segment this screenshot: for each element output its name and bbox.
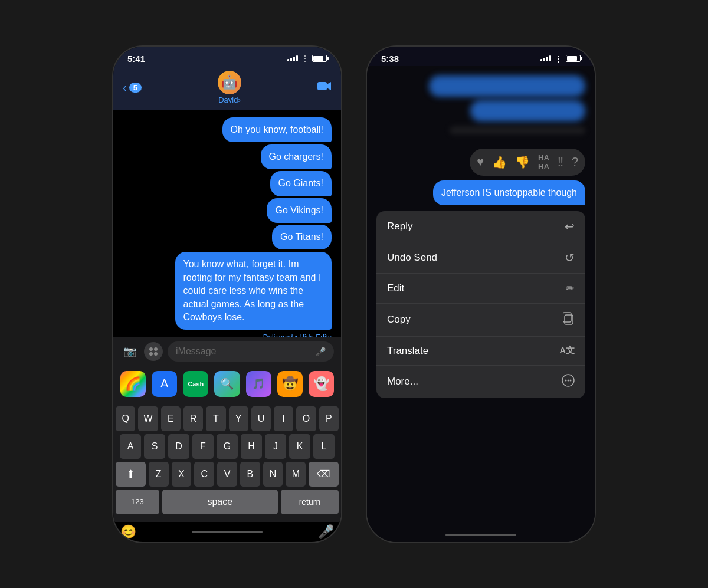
phones-container: 5:41 ⋮ ‹ 5 🤖 xyxy=(0,0,708,588)
key-A[interactable]: A xyxy=(120,434,141,459)
key-Y[interactable]: Y xyxy=(229,406,248,431)
memoji1-icon[interactable]: 🤠 xyxy=(277,371,303,397)
key-G[interactable]: G xyxy=(217,434,238,459)
menu-item-reply[interactable]: Reply ↩ xyxy=(376,211,585,242)
key-B[interactable]: B xyxy=(240,462,260,487)
message-bubble-3: Go Vikings! xyxy=(267,198,332,223)
space-key[interactable]: space xyxy=(162,490,278,514)
active-message-bubble: Jefferson IS unstoppable though xyxy=(433,180,585,205)
svg-point-10 xyxy=(570,379,572,381)
react-heart[interactable]: ♥ xyxy=(477,155,484,169)
status-bar-1: 5:41 ⋮ xyxy=(113,47,341,66)
more-icon xyxy=(562,374,575,390)
svg-point-4 xyxy=(154,352,158,356)
react-exclaim[interactable]: ‼ xyxy=(558,155,563,169)
blurred-bubble-2 xyxy=(470,100,585,121)
status-icons-1: ⋮ xyxy=(287,54,327,63)
apps-icon[interactable] xyxy=(144,342,163,361)
message-container-2: Jefferson IS unstoppable though xyxy=(367,180,595,211)
key-U[interactable]: U xyxy=(251,406,271,431)
react-question[interactable]: ? xyxy=(572,155,578,169)
contact-name: David› xyxy=(218,96,241,104)
photos-app-icon[interactable]: 🌈 xyxy=(120,371,146,397)
svg-rect-6 xyxy=(563,313,571,322)
appcash-icon[interactable]: Cash xyxy=(183,371,208,397)
memoji2-icon[interactable]: 👻 xyxy=(309,371,334,397)
key-C[interactable]: C xyxy=(194,462,214,487)
key-S[interactable]: S xyxy=(144,434,165,459)
emoji-button[interactable]: 😊 xyxy=(120,524,136,540)
key-K[interactable]: K xyxy=(289,434,310,459)
blurred-text-messages xyxy=(367,126,595,139)
key-T[interactable]: T xyxy=(206,406,225,431)
reply-icon: ↩ xyxy=(565,219,575,234)
key-R[interactable]: R xyxy=(183,406,203,431)
menu-item-translate[interactable]: Translate A文 xyxy=(376,337,585,366)
wifi-icon: ⋮ xyxy=(301,54,309,63)
key-D[interactable]: D xyxy=(168,434,189,459)
findmy-icon[interactable]: 🔍 xyxy=(214,371,240,397)
contact-info[interactable]: 🤖 David› xyxy=(218,71,241,104)
edit-icon: ✏ xyxy=(566,282,575,295)
context-menu: Reply ↩ Undo Send ↺ Edit ✏ Copy xyxy=(376,211,585,398)
home-bar xyxy=(192,531,263,533)
react-haha[interactable]: HAHA xyxy=(538,153,549,171)
key-E[interactable]: E xyxy=(161,406,181,431)
message-bubble-4: Go Titans! xyxy=(272,225,332,249)
dictation-button[interactable]: 🎤 xyxy=(318,524,334,540)
menu-item-more[interactable]: More... xyxy=(376,366,585,398)
key-M[interactable]: M xyxy=(286,462,306,487)
keyboard-row-3: ⬆ Z X C V B N M ⌫ xyxy=(116,462,339,487)
key-O[interactable]: O xyxy=(296,406,316,431)
blurred-messages-area xyxy=(367,66,595,126)
voice-icon[interactable]: 🎵 xyxy=(246,371,271,397)
svg-rect-5 xyxy=(565,315,573,324)
key-Q[interactable]: Q xyxy=(116,406,135,431)
video-call-button[interactable] xyxy=(317,81,332,94)
key-N[interactable]: N xyxy=(263,462,283,487)
backspace-key[interactable]: ⌫ xyxy=(309,462,339,487)
svg-point-2 xyxy=(154,347,158,351)
menu-undo-label: Undo Send xyxy=(387,252,437,264)
return-key[interactable]: return xyxy=(281,490,339,514)
wifi-icon-2: ⋮ xyxy=(555,54,562,63)
status-icons-2: ⋮ xyxy=(540,54,581,63)
message-bubble-0: Oh you know, football! xyxy=(222,117,332,142)
back-button[interactable]: ‹ 5 xyxy=(123,81,142,94)
menu-translate-label: Translate xyxy=(387,345,428,357)
num-key[interactable]: 123 xyxy=(116,490,159,514)
menu-copy-label: Copy xyxy=(387,314,411,326)
key-J[interactable]: J xyxy=(265,434,286,459)
key-F[interactable]: F xyxy=(192,434,214,459)
svg-point-8 xyxy=(565,379,567,381)
shift-key[interactable]: ⬆ xyxy=(116,462,146,487)
keyboard-row-1: Q W E R T Y U I O P xyxy=(116,406,339,431)
home-indicator-2 xyxy=(367,530,595,542)
camera-icon[interactable]: 📷 xyxy=(120,342,139,361)
key-P[interactable]: P xyxy=(319,406,339,431)
appstore-icon[interactable]: A xyxy=(152,371,177,397)
message-input[interactable]: iMessage 🎤 xyxy=(168,341,334,362)
menu-more-label: More... xyxy=(387,376,418,387)
key-V[interactable]: V xyxy=(217,462,237,487)
time-1: 5:41 xyxy=(127,54,145,64)
key-H[interactable]: H xyxy=(241,434,262,459)
copy-icon xyxy=(563,312,575,328)
react-thumbsup[interactable]: 👍 xyxy=(492,155,507,169)
menu-item-undo-send[interactable]: Undo Send ↺ xyxy=(376,242,585,274)
key-L[interactable]: L xyxy=(313,434,335,459)
battery-icon xyxy=(312,55,327,62)
menu-item-copy[interactable]: Copy xyxy=(376,304,585,337)
undo-send-icon: ↺ xyxy=(565,251,575,265)
back-badge: 5 xyxy=(129,83,142,93)
key-I[interactable]: I xyxy=(274,406,293,431)
react-thumbsdown[interactable]: 👎 xyxy=(515,155,530,169)
mic-icon-input: 🎤 xyxy=(316,347,326,356)
key-W[interactable]: W xyxy=(138,406,158,431)
message-bubble-1: Go chargers! xyxy=(261,144,332,169)
status-bar-2: 5:38 ⋮ xyxy=(367,47,595,66)
key-X[interactable]: X xyxy=(172,462,192,487)
menu-item-edit[interactable]: Edit ✏ xyxy=(376,274,585,304)
key-Z[interactable]: Z xyxy=(149,462,169,487)
keyboard-row-2: A S D F G H J K L xyxy=(116,434,339,459)
